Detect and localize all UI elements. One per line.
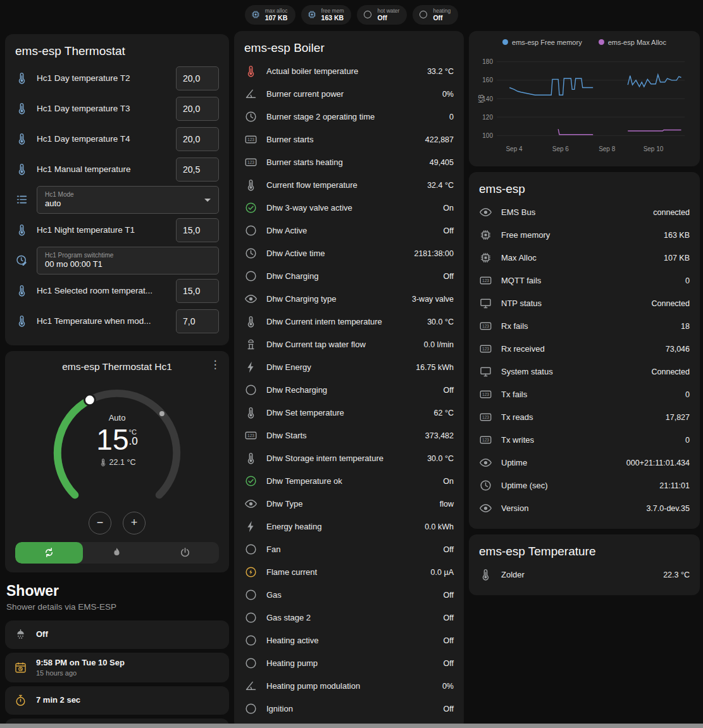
entity-row[interactable]: Dhw Set temperature 62 °C (244, 402, 454, 424)
entity-state: 373,482 (425, 431, 454, 440)
entity-row[interactable]: Heating active Off (244, 629, 454, 652)
hvac-mode-button[interactable] (151, 542, 219, 564)
increase-temperature-button[interactable] (123, 512, 146, 534)
badge-label: max alloc (265, 8, 288, 14)
entity-row[interactable]: Version 3.7.0-dev.35 (479, 497, 690, 520)
entity-name: Burner stage 2 operating time (266, 112, 440, 121)
hvac-mode-button[interactable] (83, 542, 151, 564)
number-input[interactable]: 20,0 (176, 97, 219, 121)
dial-handle[interactable] (84, 395, 95, 405)
entity-name: Dhw Storage intern temperature (266, 453, 418, 463)
entity-row[interactable]: Rx received 73,046 (479, 338, 690, 361)
entity-row[interactable]: Heating pump modulation 0% (244, 675, 454, 698)
entity-row[interactable]: Dhw Charging type 3-way valve (244, 288, 454, 311)
entity-row[interactable]: NTP status Connected (479, 292, 690, 315)
number-input[interactable]: 20,0 (176, 66, 219, 90)
entity-row[interactable]: Burner current power 0% (244, 83, 454, 106)
entity-row[interactable]: Gas Off (244, 584, 454, 607)
entity-state: 2181:38:00 (414, 249, 454, 258)
row-label: Hc1 Day temperature T3 (37, 104, 168, 113)
number-input[interactable]: 15,0 (176, 218, 219, 242)
entity-row[interactable]: Free memory 163 KB (479, 224, 690, 247)
entity-row[interactable]: Tx reads 17,827 (479, 406, 690, 429)
entity-row[interactable]: Zolder 22.3 °C (479, 564, 690, 586)
hvac-mode-button[interactable] (15, 542, 83, 564)
horizontal-scrollbar[interactable] (0, 724, 703, 728)
entity-row[interactable]: Fan Off (244, 538, 454, 561)
eye-icon (244, 497, 258, 510)
entity-row[interactable]: Gas stage 2 Off (244, 607, 454, 629)
shower-row[interactable]: Off (5, 620, 229, 649)
entity-row[interactable]: Energy heating 0.0 kWh (244, 515, 454, 538)
field-control[interactable]: Hc1 Mode auto (37, 186, 219, 214)
entity-row[interactable]: EMS Bus connected (479, 201, 690, 224)
entity-row[interactable]: Burner starts heating 49,405 (244, 151, 454, 174)
entity-row[interactable]: Dhw Storage intern temperature 30.0 °C (244, 447, 454, 470)
status-badge[interactable]: free mem 163 KB (301, 5, 352, 25)
number-input[interactable]: 15,0 (176, 279, 219, 303)
entity-row[interactable]: System status Connected (479, 361, 690, 383)
shower-row[interactable]: 9:58 PM on Tue 10 Sep 15 hours ago (5, 653, 229, 682)
row-label: Hc1 Manual temperature (37, 164, 168, 174)
number-input[interactable]: 20,0 (176, 127, 219, 151)
entity-name: Current flow temperature (266, 180, 418, 190)
number-input[interactable]: 7,0 (176, 309, 219, 333)
entity-row[interactable]: Dhw 3-way valve active On (244, 197, 454, 219)
entity-row[interactable]: Burner stage 2 operating time 0 (244, 106, 454, 128)
circle-icon (244, 224, 258, 237)
entity-row[interactable]: Ignition Off (244, 698, 454, 720)
entity-row[interactable]: Max Alloc 107 KB (479, 247, 690, 269)
entity-row[interactable]: Flame current 0.0 µA (244, 561, 454, 584)
thermometer-icon (15, 223, 28, 237)
entity-name: NTP status (501, 299, 643, 308)
svg-text:Sep 4: Sep 4 (506, 145, 523, 152)
entity-row[interactable]: Heating pump Off (244, 652, 454, 675)
thermostat-dial[interactable]: Auto 15 °C .0 22.1 °C (42, 378, 192, 534)
entity-row[interactable]: Dhw Energy 16.75 kWh (244, 356, 454, 379)
status-badge[interactable]: heating Off (413, 5, 458, 25)
shower-section-subtitle: Shower details via EMS-ESP (6, 602, 228, 612)
entity-row[interactable]: Dhw Current intern temperature 30.0 °C (244, 311, 454, 333)
dial-arc[interactable] (42, 378, 192, 528)
shower-row[interactable]: 7 min 2 sec (5, 686, 229, 715)
entity-row[interactable]: Current flow temperature 32.4 °C (244, 174, 454, 197)
entity-name: System status (501, 367, 643, 376)
entity-row[interactable]: Dhw Active Off (244, 219, 454, 242)
entity-row[interactable]: Dhw Recharging Off (244, 379, 454, 402)
clock-edit-icon (15, 254, 28, 267)
entity-name: Tx reads (501, 412, 657, 422)
field-control[interactable]: Hc1 Program switchtime 00 mo 00:00 T1 (37, 247, 219, 275)
entity-state: On (443, 477, 454, 486)
entity-name: Free memory (501, 230, 655, 240)
decrease-temperature-button[interactable] (89, 512, 111, 534)
entity-state: 3.7.0-dev.35 (646, 504, 690, 513)
row-primary-text: 7 min 2 sec (36, 695, 80, 706)
entity-row[interactable]: Dhw Charging Off (244, 265, 454, 288)
overflow-menu-icon[interactable] (208, 357, 223, 373)
entity-row[interactable]: Actual boiler temperature 33.2 °C (244, 60, 454, 83)
status-badge[interactable]: hot water Off (357, 5, 407, 25)
status-badge[interactable]: max alloc 107 KB (245, 5, 296, 25)
entity-row[interactable]: MQTT fails 0 (479, 269, 690, 292)
badge-label: heating (433, 8, 451, 14)
entity-row[interactable]: Burner starts 422,887 (244, 128, 454, 151)
number-input[interactable]: 20,5 (176, 157, 219, 182)
thermostat-row: Hc1 Night temperature T1 15,0 Hc1 Night … (15, 215, 219, 245)
entity-name: Dhw Recharging (266, 385, 435, 395)
entity-row[interactable]: Rx fails 18 (479, 315, 690, 338)
entity-row[interactable]: Tx fails 0 (479, 383, 690, 406)
entity-row[interactable]: Dhw Active time 2181:38:00 (244, 242, 454, 265)
plus-icon (131, 516, 138, 529)
entity-row[interactable]: Dhw Current tap water flow 0.0 l/min (244, 333, 454, 356)
entity-row[interactable]: Dhw Temperature ok On (244, 470, 454, 493)
entity-name: Dhw Charging type (266, 294, 403, 304)
entity-row[interactable]: Uptime 000+21:11:01.434 (479, 452, 690, 474)
entity-row[interactable]: Dhw Starts 373,482 (244, 424, 454, 447)
legend-item[interactable]: ems-esp Max Alloc (599, 39, 666, 46)
entity-row[interactable]: Tx writes 0 (479, 429, 690, 452)
flash-circle-icon (244, 565, 258, 579)
legend-item[interactable]: ems-esp Free memory (502, 39, 582, 46)
chip-icon (479, 228, 492, 242)
entity-row[interactable]: Uptime (sec) 21:11:01 (479, 474, 690, 497)
entity-row[interactable]: Dhw Type flow (244, 493, 454, 515)
